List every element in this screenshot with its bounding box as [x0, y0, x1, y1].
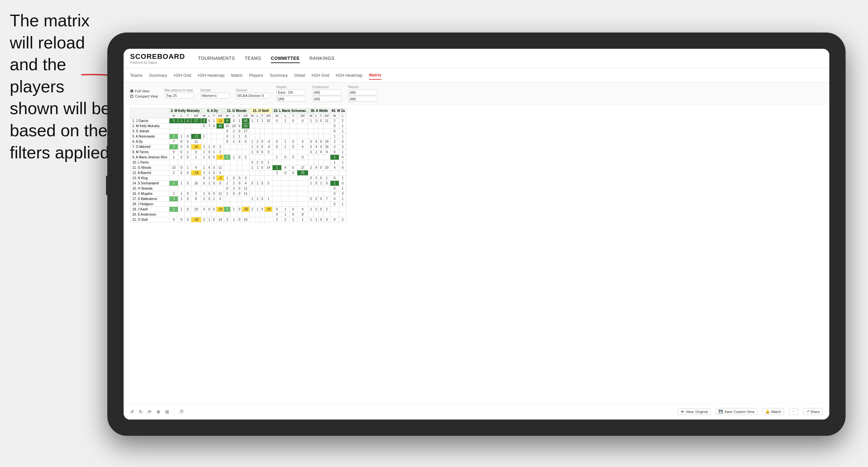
sub-nav: Teams Summary H2H Grid H2H Heatmap Matri… — [124, 68, 829, 83]
redo-icon[interactable]: ↻ — [139, 409, 143, 414]
save-custom-btn[interactable]: 💾 Save Custom View — [715, 408, 757, 415]
subnav-h2hheatmap2[interactable]: H2H Heatmap — [336, 71, 362, 80]
conference-filter: Conference (All) (All) — [312, 85, 341, 102]
table-row: 20. E Andersson 0108 — [130, 212, 346, 217]
division-filter: Division NCAA Division II — [236, 89, 270, 98]
players-filter: Players (All) (All) — [348, 85, 377, 102]
logo-area: SCOREBOARD Powered by clippd — [130, 52, 185, 64]
nav-rankings[interactable]: RANKINGS — [310, 54, 335, 63]
matrix-container[interactable]: 2. M Kelly Mulcahy 6. A Dy 11. G Woods 2… — [124, 105, 829, 403]
nav-tournaments[interactable]: TOURNAMENTS — [198, 54, 235, 63]
subnav-matrix2[interactable]: Matrix — [369, 71, 381, 80]
table-row: 17. D Ballesteros 3106 2010 1101 0207 01 — [130, 196, 346, 201]
table-row: 13. N Klug 010-2 1003 0201 01 — [130, 176, 346, 181]
zoom-icon[interactable]: ⊞ — [165, 409, 169, 414]
col-header-mulcahy: 2. M Kelly Mulcahy — [169, 108, 201, 114]
matrix-table: 2. M Kelly Mulcahy 6. A Dy 11. G Woods 2… — [130, 108, 346, 222]
save-icon: 💾 — [718, 409, 723, 414]
table-row: 7. O Mitchell 30018 2202 120-4 0104 0402… — [130, 145, 346, 150]
nav-bar: SCOREBOARD Powered by clippd TOURNAMENTS… — [124, 49, 829, 68]
subnav-detail[interactable]: Detail — [294, 71, 305, 80]
bottom-bar: ↺ ↻ ⟳ ⊕ ⊞ ⏱ 👁 View: Original 💾 Save Cust… — [124, 403, 829, 419]
eye-icon: 👁 — [681, 410, 684, 414]
table-row: 18. J Hodgson 01 — [130, 201, 346, 207]
table-row: 9. A Maria Jimenez Rios 1001 100-7 0102 … — [130, 155, 346, 160]
watch-btn[interactable]: 🔔 Watch — [762, 408, 784, 415]
max-players-select[interactable]: Top 25 — [164, 93, 194, 98]
max-players-filter: Max players in view Top 25 — [164, 89, 194, 98]
col-header-woods: 11. G Woods — [224, 108, 249, 114]
timer-icon[interactable]: ⏱ — [179, 409, 184, 414]
share-btn[interactable]: ↗ Share — [803, 408, 823, 415]
view-original-btn[interactable]: 👁 View: Original — [678, 408, 711, 415]
nav-teams[interactable]: TEAMS — [245, 54, 261, 63]
share-icon: ↗ — [806, 409, 809, 414]
subnav-h2hgrid2[interactable]: H2H Grid — [312, 71, 329, 80]
region-filter: Region East - DII (All) — [276, 85, 306, 102]
logo-subtitle: Powered by clippd — [130, 61, 185, 64]
table-row: 8. M Torres 0010 1012 1003 0108 01 — [130, 150, 346, 155]
sub-t1: T — [184, 114, 191, 118]
main-content: 2. M Kelly Mulcahy 6. A Dy 11. G Woods 2… — [124, 105, 829, 403]
separator1 — [174, 408, 174, 415]
table-row: 10. L Perini 0201 11 — [130, 160, 346, 165]
nav-items: TOURNAMENTS TEAMS COMMITTEE RANKINGS — [198, 54, 335, 63]
bell-icon: 🔔 — [765, 409, 770, 414]
col-header-player — [130, 108, 169, 118]
more-btn[interactable]: ⋯ — [789, 408, 798, 415]
history-icon[interactable]: ⟳ — [148, 409, 152, 414]
compact-view-dot — [130, 95, 133, 98]
col-header-stoll: 21. O Stoll — [249, 108, 272, 114]
players-sub-select[interactable]: (All) — [348, 96, 377, 102]
sub-w1: W — [169, 114, 178, 118]
players-select[interactable]: (All) — [348, 89, 377, 95]
subnav-players[interactable]: Players — [249, 71, 263, 80]
table-row: 21. O Stoll 400-33 21014 31010 2211 1109… — [130, 217, 346, 222]
subnav-h2hheatmap1[interactable]: H2H Heatmap — [198, 71, 224, 80]
table-row: 12. A Bianchi 200-18 1104 20025 — [130, 170, 346, 176]
table-row: 2. M Kelly Mulcahy 07040 1010050 01 — [130, 124, 346, 129]
col-header-schumac: 23. L Marie Schumac. — [272, 108, 308, 114]
table-row: 16. X Mcgaha 2103 10011 10011 03 — [130, 191, 346, 196]
col-header-webb: 38. A Webb — [308, 108, 331, 114]
compact-view-radio[interactable]: Compact View — [130, 94, 158, 98]
division-select[interactable]: NCAA Division II — [236, 93, 270, 98]
table-row: 3. S Jelinek 02017 01 — [130, 129, 346, 134]
view-options: Full View Compact View — [130, 89, 158, 98]
gender-filter: Gender Women's — [200, 89, 229, 98]
nav-committee[interactable]: COMMITTEE — [271, 54, 300, 63]
table-row: 6. A Dy 70011 0140 120-4 0104 04024 23 — [130, 139, 346, 145]
tablet: SCOREBOARD Powered by clippd TOURNAMENTS… — [107, 33, 845, 436]
region-select[interactable]: East - DII — [276, 89, 306, 95]
table-row: 15. H Stranda 02011 01 — [130, 186, 346, 191]
tablet-screen: SCOREBOARD Powered by clippd TOURNAMENTS… — [124, 49, 829, 419]
table-row: 5. A Nomrowski 310-11 1 0110 11 — [130, 134, 346, 139]
subnav-teams[interactable]: Teams — [130, 71, 143, 80]
col-header-ady: 6. A Dy — [201, 108, 224, 114]
subnav-summary1[interactable]: Summary — [149, 71, 167, 80]
undo-icon[interactable]: ↺ — [130, 409, 134, 414]
subnav-h2hgrid1[interactable]: H2H Grid — [174, 71, 191, 80]
subnav-summary2[interactable]: Summary — [270, 71, 288, 80]
subnav-matrix1[interactable]: Matrix — [231, 71, 242, 80]
logo-title: SCOREBOARD — [130, 52, 185, 61]
col-header-za: 60. W Za — [330, 108, 346, 114]
conference-sub-select[interactable]: (All) — [312, 96, 341, 102]
more-icon: ⋯ — [792, 409, 796, 414]
sub-l1: L — [178, 114, 185, 118]
table-row: 1. J Garcia 31027 301-11 40140 11110 010… — [130, 118, 346, 124]
region-sub-select[interactable]: (All) — [276, 96, 306, 102]
conference-select[interactable]: (All) — [312, 89, 341, 95]
table-row: 11. G Woods 10014 14011 11014 14017 2402… — [130, 165, 346, 170]
table-row: 19. J Kanh 31019 400-20 310-35 210-10 01… — [130, 207, 346, 212]
full-view-radio[interactable]: Full View — [130, 89, 158, 93]
search-icon[interactable]: ⊕ — [156, 409, 160, 414]
sub-dif1: Dif — [191, 114, 201, 118]
full-view-dot — [130, 89, 133, 93]
table-row: 14. S Srichantamit 31016 0105 1204 0105 … — [130, 181, 346, 186]
filter-bar: Full View Compact View Max players in vi… — [124, 83, 829, 105]
gender-select[interactable]: Women's — [200, 93, 229, 98]
